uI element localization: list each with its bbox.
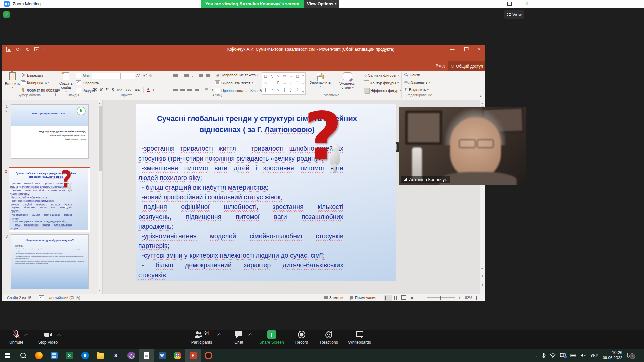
undo-icon[interactable]: ↺▾ <box>16 47 21 52</box>
text-direction-button[interactable]: ↕AНаправление текста▾ <box>215 73 258 77</box>
wave-shape-icon[interactable]: ∿ <box>275 86 281 93</box>
minimize-button[interactable]: — <box>484 0 500 7</box>
clear-formatting-button[interactable]: ✎ <box>149 73 152 79</box>
taskbar-search-icon[interactable] <box>15 349 31 362</box>
taskbar-app-blue-icon[interactable] <box>46 349 62 362</box>
clock[interactable]: 10:26 09.06.2022 <box>603 350 622 360</box>
text-box-shape-icon[interactable]: ▤ <box>262 73 269 79</box>
increase-indent-icon[interactable] <box>206 74 210 78</box>
speaker-icon[interactable] <box>581 353 586 358</box>
star-shape-icon[interactable]: ☆ <box>294 86 301 93</box>
quick-styles-button[interactable]: Экспресс- стили ▾ <box>335 72 360 90</box>
clipboard-dialog-launcher[interactable] <box>52 93 56 96</box>
rectangle-shape-icon[interactable]: □ <box>281 73 288 79</box>
shrink-font-button[interactable]: А▾ <box>143 73 147 78</box>
scroll-down-icon[interactable]: ▾ <box>99 289 101 292</box>
zoom-slider[interactable] <box>427 297 455 298</box>
battery-icon[interactable] <box>570 354 576 357</box>
taskbar-viber-icon[interactable] <box>123 349 139 362</box>
scrollbar-thumb[interactable] <box>99 106 102 171</box>
maximize-button[interactable] <box>502 0 517 7</box>
right-brace-shape-icon[interactable]: } <box>288 86 294 93</box>
thumbnail-slide-1[interactable]: Фактори вразливості сім 'ї канд. пед. на… <box>11 104 89 159</box>
shape-outline-button[interactable]: Контур фигуры▾ <box>364 80 399 85</box>
taskbar-file-explorer-icon[interactable] <box>93 349 108 362</box>
find-button[interactable]: Найти <box>404 73 420 77</box>
language-indicator[interactable]: английский (США) <box>49 296 80 300</box>
down-arrow-shape-icon[interactable]: ↓ <box>288 79 294 86</box>
wifi-icon[interactable] <box>550 353 556 358</box>
arc-shape-icon[interactable]: ⌒ <box>294 79 301 86</box>
replace-button[interactable]: ab⇄ Заменить▾ <box>404 80 430 85</box>
strikethrough-button[interactable]: abc <box>117 88 122 92</box>
reset-button[interactable]: ↺Сбросить <box>76 80 99 85</box>
taskbar-browser-gx-icon[interactable] <box>201 349 216 362</box>
view-options-button[interactable]: View Options ▾ <box>304 0 339 8</box>
decrease-indent-icon[interactable] <box>199 74 203 78</box>
oval-shape-icon[interactable]: ○ <box>288 73 294 79</box>
ppt-close-button[interactable]: × <box>474 45 485 54</box>
underline-button[interactable]: Ч <box>106 87 109 93</box>
spellcheck-icon[interactable]: ✓ <box>39 295 44 300</box>
redo-icon[interactable]: ↻ <box>26 47 30 52</box>
freeform-shape-icon[interactable]: ʃ <box>262 86 269 93</box>
font-dialog-launcher[interactable] <box>167 93 170 96</box>
format-painter-button[interactable]: Формат по образцу <box>21 88 60 92</box>
text-shadow-button[interactable]: S <box>112 87 114 93</box>
thumbnail-slide-2-selected[interactable]: Сучасні глобальні тренди у структурі сім… <box>9 167 90 232</box>
character-spacing-button[interactable]: AV▾ <box>125 88 131 92</box>
slide[interactable]: Сучасні глобальні тренди у структурі сім… <box>136 104 396 281</box>
slide-scroll-up-icon[interactable]: ▴ <box>481 101 483 105</box>
right-arrow-shape-icon[interactable]: → <box>281 79 288 86</box>
stop-video-button[interactable]: Stop Video <box>36 330 60 349</box>
smartart-button[interactable]: Преобразовать в SmartArt▾ <box>215 88 267 93</box>
justify-icon[interactable] <box>195 88 199 92</box>
align-right-icon[interactable] <box>187 88 192 92</box>
select-button[interactable]: Выделить▾ <box>404 88 429 92</box>
slide-sorter-view-button[interactable] <box>392 295 400 301</box>
share-account-button[interactable]: ⚇ Общий доступ <box>448 61 485 71</box>
zoom-in-button[interactable]: + <box>458 295 461 300</box>
align-left-icon[interactable] <box>173 88 178 92</box>
notes-button[interactable]: Заметки <box>324 296 343 300</box>
next-slide-button[interactable]: ⇟ <box>481 283 484 286</box>
notifications-button[interactable]: 1 <box>627 353 633 358</box>
ribbon-display-options-button[interactable]: ↑ <box>433 45 445 54</box>
ppt-minimize-button[interactable]: — <box>447 45 458 54</box>
fit-to-window-button[interactable] <box>476 296 481 300</box>
customize-qat-icon[interactable]: ▾ <box>44 48 45 51</box>
reactions-button[interactable]: Reactions <box>317 330 341 349</box>
participant-video-tile[interactable]: Антоніна Конончук <box>399 107 526 185</box>
font-color-button[interactable]: А <box>147 87 150 92</box>
panel-resize-handle[interactable] <box>396 142 399 152</box>
collapse-ribbon-icon[interactable]: ▴ <box>480 94 482 97</box>
grow-font-button[interactable]: А▴ <box>136 73 140 78</box>
rounded-rectangle-shape-icon[interactable]: ▢ <box>294 73 301 79</box>
copy-button[interactable]: Копировать▾ <box>21 80 49 85</box>
slideshow-icon[interactable] <box>34 47 39 52</box>
thumbnail-panel-scrollbar[interactable]: ▴ ▾ <box>98 100 103 294</box>
sign-in-link[interactable]: Вход <box>436 64 445 68</box>
scroll-up-icon[interactable]: ▴ <box>99 101 101 105</box>
zoom-slider-thumb[interactable] <box>440 296 441 300</box>
taskbar-firefox-icon[interactable] <box>31 349 46 362</box>
arrow-line-shape-icon[interactable]: ↘ <box>275 73 281 79</box>
share-screen-button[interactable]: Share Screen <box>258 330 286 349</box>
paste-button[interactable]: Вставить ▾ <box>5 72 20 90</box>
panel-splitter[interactable] <box>102 100 103 294</box>
tray-expand-chevron[interactable]: ︿ <box>534 353 537 358</box>
paragraph-dialog-launcher[interactable] <box>256 93 259 96</box>
save-icon[interactable] <box>6 47 11 52</box>
language-indicator[interactable]: УКР <box>590 353 599 358</box>
align-text-button[interactable]: Выровнять текст▾ <box>215 80 253 85</box>
reading-view-button[interactable] <box>400 295 408 301</box>
taskbar-skype-icon[interactable]: S <box>108 349 123 362</box>
sync-icon[interactable] <box>560 353 566 358</box>
zoom-percentage[interactable]: 82% <box>465 296 472 300</box>
shape-effects-button[interactable]: Эффекты фигур▾ <box>364 88 401 93</box>
columns-icon[interactable] <box>205 88 209 92</box>
left-brace-shape-icon[interactable]: { <box>281 86 288 93</box>
line-shape-icon[interactable]: ╲ <box>269 73 275 79</box>
taskbar-chrome-icon[interactable] <box>170 349 185 362</box>
italic-button[interactable]: К <box>100 87 103 93</box>
